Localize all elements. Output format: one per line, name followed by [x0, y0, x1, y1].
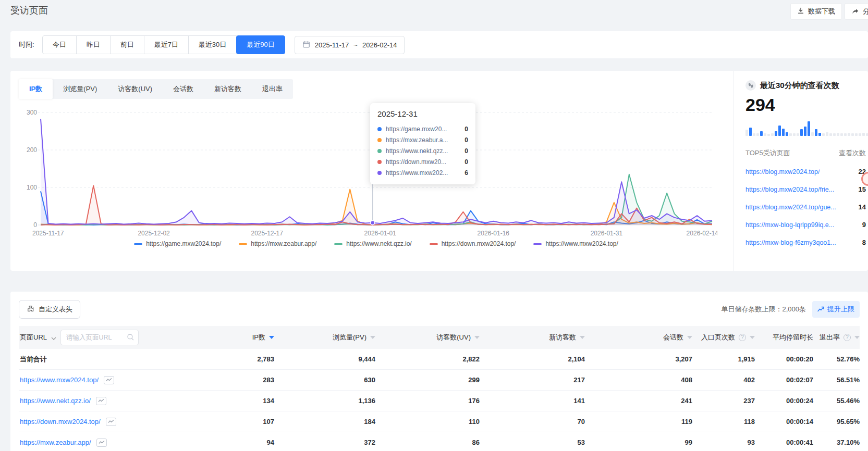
legend-item[interactable]: https://mxw.zeabur.app/ — [239, 240, 316, 247]
sort-caret-icon[interactable] — [580, 336, 585, 339]
legend-item[interactable]: https://www.mxw2024.top/ — [533, 240, 618, 247]
metric-tab[interactable]: 会话数 — [163, 79, 204, 99]
trend-chart: 01002003002025-11-172025-12-022025-12-17… — [19, 105, 733, 247]
cell-value: 53 — [480, 439, 585, 446]
cell-value: 00:00:20 — [755, 355, 813, 363]
data-download-button[interactable]: 数据下载 — [790, 3, 842, 20]
cell-value: 1,915 — [692, 355, 755, 363]
cell-value: 3,207 — [585, 355, 692, 363]
column-header[interactable]: 会话数 — [585, 333, 692, 342]
column-header[interactable]: 新访客数 — [480, 333, 585, 342]
cell-value: 93 — [692, 439, 755, 446]
total-row-label: 当前合计 — [19, 355, 175, 364]
date-range-separator: ~ — [353, 41, 358, 49]
time-range-button[interactable]: 最近90日 — [236, 35, 285, 54]
legend-item[interactable]: https://down.mxw2024.top/ — [430, 240, 516, 247]
tooltip-row: https://down.mxw20...0 — [377, 156, 468, 167]
minibar — [829, 133, 832, 136]
search-icon[interactable] — [127, 333, 135, 343]
legend-dash — [430, 243, 438, 245]
cell-value: 372 — [274, 439, 375, 446]
metric-tab[interactable]: 新访客数 — [204, 79, 252, 99]
legend-label: https://down.mxw2024.top/ — [442, 240, 516, 247]
date-range-end: 2026-02-14 — [362, 41, 397, 49]
cell-value: 37.10% — [813, 439, 860, 446]
top5-list: https://blog.mxw2024.top/22https://blog.… — [745, 168, 866, 246]
url-column-header[interactable]: 页面URL — [20, 333, 47, 342]
time-range-button[interactable]: 昨日 — [76, 35, 111, 54]
realtime-title: 最近30分钟的查看次数 — [760, 81, 839, 91]
top5-page-link[interactable]: https://blog.mxw2024.top/ — [745, 168, 820, 176]
minibar — [797, 133, 799, 136]
sort-caret-icon[interactable] — [750, 336, 755, 339]
help-icon[interactable]: ? — [739, 334, 746, 341]
time-range-button[interactable]: 今日 — [42, 35, 77, 54]
footprints-icon — [745, 80, 756, 91]
time-range-button[interactable]: 前日 — [110, 35, 144, 54]
time-range-button[interactable]: 最近30日 — [188, 35, 237, 54]
column-header-label: 浏览量(PV) — [333, 333, 366, 342]
sort-caret-icon[interactable] — [370, 336, 375, 339]
row-trend-button[interactable] — [96, 397, 106, 405]
svg-text:2026-01-31: 2026-01-31 — [591, 230, 623, 237]
cell-value: 283 — [175, 376, 274, 384]
page-url-link[interactable]: https://www.mxw2024.top/ — [20, 376, 99, 384]
column-header[interactable]: 入口页次数? — [692, 333, 755, 342]
top5-page-link[interactable]: https://blog.mxw2024.top/frie... — [745, 186, 834, 193]
page-url-link[interactable]: https://www.nekt.qzz.io/ — [20, 397, 91, 405]
tooltip-series-dot — [377, 171, 382, 175]
row-trend-button[interactable] — [106, 418, 116, 426]
url-cell: https://mxw.zeabur.app/ — [19, 439, 175, 447]
share-button[interactable]: 分享 — [845, 3, 868, 20]
minibar — [778, 126, 781, 136]
cell-value: 9,444 — [274, 355, 375, 363]
metric-tab[interactable]: 访客数(UV) — [107, 79, 163, 99]
cell-value: 56.51% — [813, 376, 860, 384]
minibar — [786, 132, 788, 136]
top5-page-link[interactable]: https://mxw-blog-f6zmy3qoo1... — [745, 239, 836, 246]
cell-value: 99 — [585, 439, 692, 446]
date-range-picker[interactable]: 2025-11-17 ~ 2026-02-14 — [295, 36, 405, 54]
row-trend-button[interactable] — [104, 376, 114, 384]
minibar — [859, 133, 861, 136]
minibar — [837, 133, 839, 136]
metric-tab[interactable]: IP数 — [19, 79, 53, 99]
chevron-down-icon[interactable] — [51, 334, 56, 342]
help-icon[interactable]: ? — [843, 334, 851, 341]
column-header[interactable]: 浏览量(PV) — [274, 333, 375, 342]
table-row: 当前合计2,7839,4442,8222,1043,2071,91500:00:… — [19, 349, 860, 370]
minibar — [756, 133, 759, 136]
page-url-link[interactable]: https://mxw.zeabur.app/ — [20, 439, 91, 446]
column-header[interactable]: 访客数(UV) — [375, 333, 480, 342]
tooltip-series-label: https://www.mxw202... — [386, 169, 460, 177]
upgrade-limit-button[interactable]: 提升上限 — [812, 301, 860, 318]
top5-count: 9 — [862, 221, 866, 229]
metric-tab[interactable]: 退出率 — [252, 79, 293, 99]
chart-main-area: IP数浏览量(PV)访客数(UV)会话数新访客数退出率 010020030020… — [10, 71, 733, 271]
pages-table-card: 自定义表头 单日储存条数上限：2,000条 提升上限 页面URL — [10, 292, 868, 451]
time-range-button[interactable]: 最近7日 — [144, 35, 189, 54]
sort-caret-icon[interactable] — [474, 336, 480, 339]
legend-item[interactable]: https://game.mxw2024.top/ — [134, 240, 221, 247]
customize-columns-button[interactable]: 自定义表头 — [19, 300, 80, 319]
tooltip-series-dot — [377, 127, 382, 131]
column-header[interactable]: 退出率? — [813, 333, 860, 342]
sort-caret-icon[interactable] — [269, 336, 274, 339]
sort-caret-icon[interactable] — [854, 336, 860, 339]
page-url-link[interactable]: https://down.mxw2024.top/ — [20, 418, 101, 425]
legend-item[interactable]: https://www.nekt.qzz.io/ — [334, 240, 411, 247]
top5-row: https://blog.mxw2024.top/gue...14 — [745, 203, 866, 211]
tooltip-series-dot — [377, 160, 382, 164]
cell-value: 119 — [585, 418, 692, 425]
top5-page-link[interactable]: https://blog.mxw2024.top/gue... — [745, 204, 836, 211]
metric-tab[interactable]: 浏览量(PV) — [53, 79, 107, 99]
minibar — [822, 133, 825, 136]
row-trend-button[interactable] — [96, 439, 107, 447]
sort-caret-icon[interactable] — [687, 336, 692, 339]
column-header[interactable]: 平均停留时长 — [755, 333, 813, 342]
tooltip-row: https://www.mxw202...6 — [377, 167, 468, 178]
top5-page-link[interactable]: https://mxw-blog-lqrlpp99iq.e... — [745, 221, 834, 229]
cell-value: 107 — [175, 418, 274, 425]
column-header[interactable]: IP数 — [175, 333, 274, 342]
customize-columns-label: 自定义表头 — [39, 305, 72, 314]
